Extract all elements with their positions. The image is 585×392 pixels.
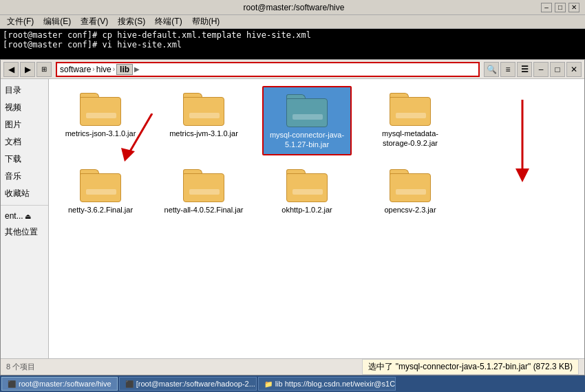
file-item-netty-all[interactable]: netty-all-4.0.52.Final.jar	[159, 162, 248, 219]
main-content: 目录 视频 图片 文档 下载 音乐 收藏站 ent... ⏏ 其他位置	[1, 79, 584, 358]
file-manager: ◀ ▶ ⊞ software › hive › lib ▶ 🔍 ≡ ☰ – □ …	[0, 59, 585, 375]
home-button[interactable]: ⊞	[36, 62, 52, 77]
close-fm-button[interactable]: ✕	[566, 62, 582, 77]
sidebar-item-video[interactable]: 视频	[1, 99, 48, 116]
terminal-line-2: [root@master conf]# vi hive-site.xml	[3, 40, 582, 50]
file-label-metrics-jvm: metrics-jvm-3.1.0.jar	[169, 129, 238, 138]
file-item-netty[interactable]: netty-3.6.2.Final.jar	[56, 162, 145, 219]
file-label-mysql-metadata: mysql-metadata-storage-0.9.2.jar	[370, 129, 451, 149]
file-grid: metrics-json-3.1.0.jar metrics-jvm-3.1.0…	[56, 86, 577, 219]
file-item-mysql-metadata[interactable]: mysql-metadata-storage-0.9.2.jar	[365, 86, 455, 155]
file-item-okhttp[interactable]: okhttp-1.0.2.jar	[262, 162, 352, 219]
breadcrumb-lib[interactable]: lib	[116, 64, 133, 75]
folder-icon-okhttp	[286, 166, 328, 202]
toolbar: ◀ ▶ ⊞ software › hive › lib ▶ 🔍 ≡ ☰ – □ …	[1, 60, 584, 79]
taskbar: ⬛ root@master:/software/hive ⬛ [root@mas…	[0, 375, 585, 392]
sidebar-item-other-locations[interactable]: 其他位置	[1, 224, 48, 241]
search-button[interactable]: 🔍	[484, 62, 499, 77]
sidebar-item-picture[interactable]: 图片	[1, 116, 48, 133]
view-grid-button[interactable]: ☰	[517, 62, 532, 77]
menu-edit[interactable]: 编辑(E)	[39, 15, 75, 28]
file-grid-area: metrics-json-3.1.0.jar metrics-jvm-3.1.0…	[49, 79, 584, 358]
file-item-metrics-jvm[interactable]: metrics-jvm-3.1.0.jar	[159, 86, 248, 155]
maximize-fm-button[interactable]: □	[550, 62, 565, 77]
nav-forward-button[interactable]: ▶	[20, 62, 35, 77]
breadcrumb: software › hive › lib ▶	[56, 62, 480, 77]
menu-file[interactable]: 文件(F)	[3, 15, 38, 28]
close-button[interactable]: ✕	[568, 3, 579, 12]
menu-terminal[interactable]: 终端(T)	[151, 15, 186, 28]
nav-back-button[interactable]: ◀	[3, 62, 19, 77]
sidebar-divider	[1, 205, 48, 206]
file-label-metrics-json: metrics-json-3.1.0.jar	[65, 129, 136, 138]
sidebar-item-document[interactable]: 文档	[1, 133, 48, 151]
terminal-line-1: [root@master conf]# cp hive-default.xml.…	[3, 30, 582, 40]
sidebar: 目录 视频 图片 文档 下载 音乐 收藏站 ent... ⏏ 其他位置	[1, 79, 49, 358]
file-label-netty: netty-3.6.2.Final.jar	[68, 205, 133, 215]
menu-search[interactable]: 搜索(S)	[114, 15, 149, 28]
view-list-button[interactable]: ≡	[500, 62, 515, 77]
folder-icon-netty-all	[183, 166, 224, 202]
file-label-opencsv: opencsv-2.3.jar	[384, 205, 436, 215]
folder-icon-metrics-json	[80, 90, 121, 126]
status-text: 8 个项目	[6, 362, 35, 372]
file-item-opencsv[interactable]: opencsv-2.3.jar	[365, 162, 455, 219]
taskbar-item-3[interactable]: 📁 lib https://blog.csdn.net/weixir@s1C1.…	[258, 377, 396, 391]
sidebar-item-directory[interactable]: 目录	[1, 82, 48, 99]
toolbar-right: 🔍 ≡ ☰ – □ ✕	[484, 62, 582, 77]
terminal-area: [root@master conf]# cp hive-default.xml.…	[0, 29, 585, 59]
title-bar-title: root@master:/software/hive	[47, 3, 541, 12]
title-bar-controls: – □ ✕	[541, 3, 579, 12]
breadcrumb-software[interactable]: software	[60, 65, 91, 74]
minimize-fm-button[interactable]: –	[533, 62, 549, 77]
maximize-button[interactable]: □	[555, 3, 566, 12]
folder-icon-netty	[80, 166, 121, 202]
file-label-okhttp: okhttp-1.0.2.jar	[281, 205, 332, 215]
taskbar-label-2: [root@master:/software/hadoop-2...	[136, 380, 255, 388]
folder-icon-mysql-connector	[286, 91, 328, 127]
file-label-mysql-connector: mysql-connector-java-5.1.27-bin.jar	[268, 130, 346, 150]
sidebar-item-bookmark[interactable]: 收藏站	[1, 185, 48, 202]
file-item-metrics-json[interactable]: metrics-json-3.1.0.jar	[56, 86, 145, 155]
sidebar-item-download[interactable]: 下载	[1, 151, 48, 168]
folder-icon-taskbar: 📁	[264, 380, 273, 388]
sidebar-item-ent[interactable]: ent... ⏏	[1, 208, 48, 224]
minimize-button[interactable]: –	[541, 3, 552, 12]
file-label-netty-all: netty-all-4.0.52.Final.jar	[164, 205, 244, 215]
menu-help[interactable]: 帮助(H)	[188, 15, 224, 28]
menu-view[interactable]: 查看(V)	[76, 15, 112, 28]
taskbar-item-1[interactable]: ⬛ root@master:/software/hive	[1, 377, 118, 391]
terminal-icon-1: ⬛	[8, 380, 16, 388]
eject-icon: ⏏	[25, 213, 31, 220]
sidebar-item-music[interactable]: 音乐	[1, 168, 48, 185]
folder-icon-opencsv	[390, 166, 431, 202]
taskbar-label-1: root@master:/software/hive	[19, 380, 111, 388]
status-bar: 8 个项目 选中了 "mysql-connector-java-5.1.27-b…	[1, 358, 584, 375]
status-selected-file: 选中了 "mysql-connector-java-5.1.27-bin.jar…	[362, 359, 579, 375]
file-item-mysql-connector[interactable]: mysql-connector-java-5.1.27-bin.jar	[262, 86, 352, 155]
folder-icon-metrics-jvm	[183, 90, 224, 126]
menu-bar: 文件(F) 编辑(E) 查看(V) 搜索(S) 终端(T) 帮助(H)	[0, 15, 585, 29]
taskbar-label-3: lib https://blog.csdn.net/weixir@s1C1...…	[275, 380, 396, 388]
taskbar-item-2[interactable]: ⬛ [root@master:/software/hadoop-2...	[119, 377, 257, 391]
title-bar: root@master:/software/hive – □ ✕	[0, 0, 585, 15]
terminal-icon-2: ⬛	[125, 380, 134, 388]
breadcrumb-hive[interactable]: hive	[96, 65, 111, 74]
folder-icon-mysql-metadata	[390, 90, 431, 126]
